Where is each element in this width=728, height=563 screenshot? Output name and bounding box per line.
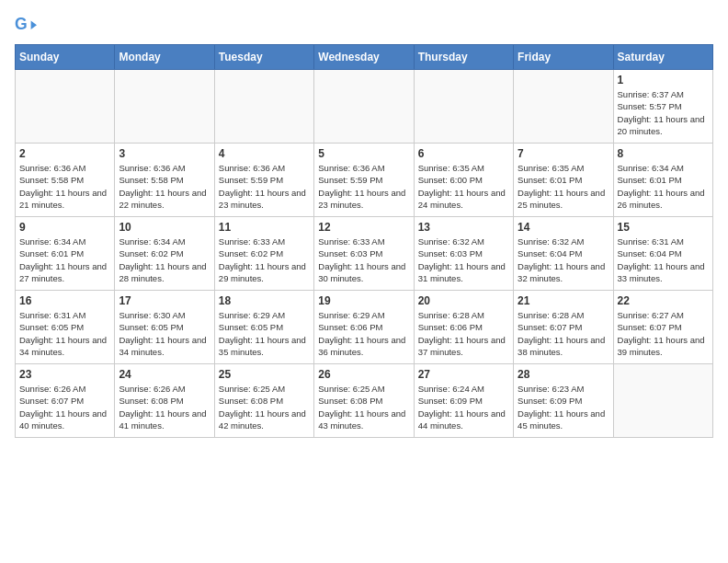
day-info: Sunrise: 6:36 AM Sunset: 5:59 PM Dayligh… <box>318 162 409 211</box>
day-info: Sunrise: 6:29 AM Sunset: 6:06 PM Dayligh… <box>318 309 409 358</box>
day-number: 22 <box>618 294 709 307</box>
day-info: Sunrise: 6:34 AM Sunset: 6:02 PM Dayligh… <box>119 236 210 284</box>
day-number: 15 <box>618 221 709 234</box>
day-info: Sunrise: 6:33 AM Sunset: 6:02 PM Dayligh… <box>219 236 310 284</box>
col-header-monday: Monday <box>115 45 214 70</box>
day-info: Sunrise: 6:28 AM Sunset: 6:07 PM Dayligh… <box>518 309 609 358</box>
week-row-4: 23Sunrise: 6:26 AM Sunset: 6:07 PM Dayli… <box>16 364 713 438</box>
svg-text:G: G <box>15 15 28 33</box>
calendar-table: SundayMondayTuesdayWednesdayThursdayFrid… <box>15 44 713 438</box>
day-cell: 2Sunrise: 6:36 AM Sunset: 5:58 PM Daylig… <box>16 144 115 217</box>
day-cell: 10Sunrise: 6:34 AM Sunset: 6:02 PM Dayli… <box>115 217 214 291</box>
day-number: 1 <box>618 74 709 86</box>
day-number: 3 <box>119 147 210 160</box>
day-number: 8 <box>618 147 709 160</box>
col-header-thursday: Thursday <box>414 45 513 70</box>
day-number: 9 <box>19 221 110 234</box>
day-info: Sunrise: 6:28 AM Sunset: 6:06 PM Dayligh… <box>418 309 509 358</box>
day-number: 14 <box>518 221 609 234</box>
day-number: 16 <box>19 294 110 307</box>
day-cell <box>514 70 613 144</box>
day-number: 6 <box>418 147 509 160</box>
day-info: Sunrise: 6:24 AM Sunset: 6:09 PM Dayligh… <box>418 383 509 431</box>
day-cell: 13Sunrise: 6:32 AM Sunset: 6:03 PM Dayli… <box>414 217 513 291</box>
day-cell: 14Sunrise: 6:32 AM Sunset: 6:04 PM Dayli… <box>514 217 613 291</box>
day-cell: 26Sunrise: 6:25 AM Sunset: 6:08 PM Dayli… <box>314 364 414 438</box>
day-number: 5 <box>318 147 409 160</box>
day-info: Sunrise: 6:35 AM Sunset: 6:00 PM Dayligh… <box>418 162 509 211</box>
day-number: 28 <box>518 368 609 381</box>
logo-icon: G <box>15 15 37 37</box>
day-info: Sunrise: 6:35 AM Sunset: 6:01 PM Dayligh… <box>518 162 609 211</box>
day-info: Sunrise: 6:30 AM Sunset: 6:05 PM Dayligh… <box>119 309 210 358</box>
day-cell <box>414 70 513 144</box>
week-row-3: 16Sunrise: 6:31 AM Sunset: 6:05 PM Dayli… <box>16 291 713 364</box>
day-cell: 1Sunrise: 6:37 AM Sunset: 5:57 PM Daylig… <box>613 70 712 144</box>
day-number: 7 <box>518 147 609 160</box>
day-cell: 19Sunrise: 6:29 AM Sunset: 6:06 PM Dayli… <box>314 291 414 364</box>
day-cell: 25Sunrise: 6:25 AM Sunset: 6:08 PM Dayli… <box>214 364 313 438</box>
day-cell <box>613 364 712 438</box>
day-info: Sunrise: 6:34 AM Sunset: 6:01 PM Dayligh… <box>618 162 709 211</box>
day-info: Sunrise: 6:33 AM Sunset: 6:03 PM Dayligh… <box>318 236 409 284</box>
day-cell: 8Sunrise: 6:34 AM Sunset: 6:01 PM Daylig… <box>613 144 712 217</box>
col-header-wednesday: Wednesday <box>314 45 414 70</box>
day-cell: 4Sunrise: 6:36 AM Sunset: 5:59 PM Daylig… <box>214 144 313 217</box>
day-cell: 17Sunrise: 6:30 AM Sunset: 6:05 PM Dayli… <box>115 291 214 364</box>
day-info: Sunrise: 6:25 AM Sunset: 6:08 PM Dayligh… <box>219 383 310 431</box>
day-info: Sunrise: 6:29 AM Sunset: 6:05 PM Dayligh… <box>219 309 310 358</box>
day-number: 12 <box>318 221 409 234</box>
day-number: 4 <box>219 147 310 160</box>
day-number: 21 <box>518 294 609 307</box>
svg-marker-1 <box>31 20 37 29</box>
day-info: Sunrise: 6:36 AM Sunset: 5:58 PM Dayligh… <box>119 162 210 211</box>
day-info: Sunrise: 6:34 AM Sunset: 6:01 PM Dayligh… <box>19 236 110 284</box>
day-cell: 22Sunrise: 6:27 AM Sunset: 6:07 PM Dayli… <box>613 291 712 364</box>
day-cell: 28Sunrise: 6:23 AM Sunset: 6:09 PM Dayli… <box>514 364 613 438</box>
day-info: Sunrise: 6:31 AM Sunset: 6:05 PM Dayligh… <box>19 309 110 358</box>
day-cell <box>115 70 214 144</box>
page-header: G <box>15 15 713 37</box>
day-number: 25 <box>219 368 310 381</box>
day-info: Sunrise: 6:31 AM Sunset: 6:04 PM Dayligh… <box>618 236 709 284</box>
day-cell: 6Sunrise: 6:35 AM Sunset: 6:00 PM Daylig… <box>414 144 513 217</box>
day-cell: 3Sunrise: 6:36 AM Sunset: 5:58 PM Daylig… <box>115 144 214 217</box>
week-row-0: 1Sunrise: 6:37 AM Sunset: 5:57 PM Daylig… <box>16 70 713 144</box>
week-row-1: 2Sunrise: 6:36 AM Sunset: 5:58 PM Daylig… <box>16 144 713 217</box>
day-cell: 18Sunrise: 6:29 AM Sunset: 6:05 PM Dayli… <box>214 291 313 364</box>
day-number: 17 <box>119 294 210 307</box>
day-cell: 16Sunrise: 6:31 AM Sunset: 6:05 PM Dayli… <box>16 291 115 364</box>
day-cell: 20Sunrise: 6:28 AM Sunset: 6:06 PM Dayli… <box>414 291 513 364</box>
day-info: Sunrise: 6:32 AM Sunset: 6:03 PM Dayligh… <box>418 236 509 284</box>
day-number: 26 <box>318 368 409 381</box>
day-info: Sunrise: 6:27 AM Sunset: 6:07 PM Dayligh… <box>618 309 709 358</box>
calendar-header-row: SundayMondayTuesdayWednesdayThursdayFrid… <box>16 45 713 70</box>
day-cell: 23Sunrise: 6:26 AM Sunset: 6:07 PM Dayli… <box>16 364 115 438</box>
day-info: Sunrise: 6:36 AM Sunset: 5:59 PM Dayligh… <box>219 162 310 211</box>
logo: G <box>15 15 40 37</box>
day-info: Sunrise: 6:26 AM Sunset: 6:07 PM Dayligh… <box>19 383 110 431</box>
day-info: Sunrise: 6:23 AM Sunset: 6:09 PM Dayligh… <box>518 383 609 431</box>
day-cell: 27Sunrise: 6:24 AM Sunset: 6:09 PM Dayli… <box>414 364 513 438</box>
day-info: Sunrise: 6:26 AM Sunset: 6:08 PM Dayligh… <box>119 383 210 431</box>
day-number: 10 <box>119 221 210 234</box>
col-header-friday: Friday <box>514 45 613 70</box>
day-cell: 11Sunrise: 6:33 AM Sunset: 6:02 PM Dayli… <box>214 217 313 291</box>
day-info: Sunrise: 6:36 AM Sunset: 5:58 PM Dayligh… <box>19 162 110 211</box>
day-cell: 5Sunrise: 6:36 AM Sunset: 5:59 PM Daylig… <box>314 144 414 217</box>
day-info: Sunrise: 6:25 AM Sunset: 6:08 PM Dayligh… <box>318 383 409 431</box>
day-number: 18 <box>219 294 310 307</box>
day-number: 24 <box>119 368 210 381</box>
day-cell: 7Sunrise: 6:35 AM Sunset: 6:01 PM Daylig… <box>514 144 613 217</box>
day-cell: 9Sunrise: 6:34 AM Sunset: 6:01 PM Daylig… <box>16 217 115 291</box>
day-cell <box>214 70 313 144</box>
day-info: Sunrise: 6:37 AM Sunset: 5:57 PM Dayligh… <box>618 88 709 137</box>
day-cell: 24Sunrise: 6:26 AM Sunset: 6:08 PM Dayli… <box>115 364 214 438</box>
day-number: 27 <box>418 368 509 381</box>
day-number: 13 <box>418 221 509 234</box>
day-cell: 15Sunrise: 6:31 AM Sunset: 6:04 PM Dayli… <box>613 217 712 291</box>
col-header-sunday: Sunday <box>16 45 115 70</box>
col-header-saturday: Saturday <box>613 45 712 70</box>
day-number: 19 <box>318 294 409 307</box>
week-row-2: 9Sunrise: 6:34 AM Sunset: 6:01 PM Daylig… <box>16 217 713 291</box>
